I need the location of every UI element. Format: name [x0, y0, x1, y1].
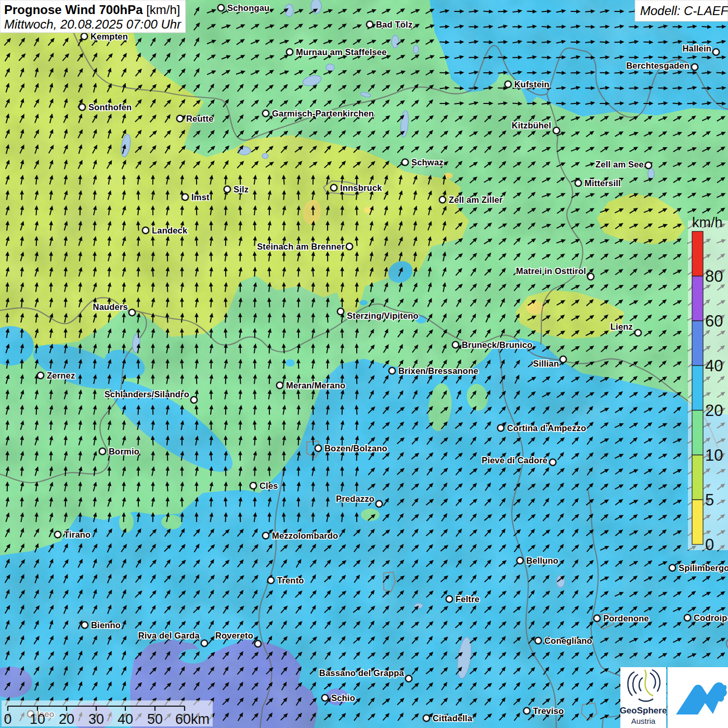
title-box: Prognose Wind 700hPa [km/h] Mittwoch, 20… — [0, 0, 186, 33]
city-label: Sillian — [533, 359, 559, 368]
city-marker — [322, 695, 328, 701]
city-label: Imst — [191, 192, 210, 202]
city-marker — [505, 81, 511, 87]
city-label: Matrei in Osttirol — [516, 266, 586, 276]
city-marker — [191, 397, 197, 403]
city-marker — [684, 615, 691, 621]
city-marker — [346, 243, 353, 250]
title-unit: [km/h] — [143, 3, 180, 17]
city-marker — [550, 459, 556, 465]
city-marker — [524, 708, 530, 714]
city-label: Zell am Ziller — [449, 195, 503, 204]
city-marker — [37, 372, 44, 379]
legend-segment — [692, 321, 703, 366]
wind-forecast-map: SchongauBad TölzKemptenMurnau am Staffel… — [0, 0, 728, 728]
city-label: Mittersill — [584, 178, 621, 188]
city-marker — [402, 159, 408, 165]
scalebar-label: 60km — [175, 711, 210, 727]
city-label: Schio — [331, 693, 355, 703]
city-marker — [263, 110, 269, 116]
legend-segment — [692, 500, 703, 544]
legend-value: 60 — [705, 312, 723, 330]
city-marker — [669, 565, 675, 571]
city-label: Kufstein — [514, 80, 550, 89]
city-marker — [406, 675, 412, 682]
city-marker — [263, 532, 269, 539]
city-label: Berchtesgaden — [626, 61, 690, 70]
city-marker — [635, 330, 641, 336]
city-label: Cittadella — [433, 713, 473, 723]
legend-unit-label: km/h — [692, 215, 723, 230]
legend-segment — [692, 231, 703, 276]
city-marker — [575, 180, 581, 186]
legend-segment — [692, 276, 703, 321]
legend-segment — [692, 366, 703, 410]
city-label: Schongau — [227, 3, 269, 12]
city-label: Feltre — [456, 594, 479, 604]
city-marker — [389, 368, 395, 374]
city-marker — [331, 185, 337, 191]
city-marker — [452, 342, 459, 348]
scalebar-label: 20 — [59, 711, 74, 727]
city-label: Bienno — [91, 620, 121, 630]
city-label: Bad Tölz — [376, 20, 412, 29]
city-marker — [692, 64, 698, 70]
city-label: Schwaz — [411, 158, 444, 167]
city-marker — [201, 640, 207, 646]
city-label: Landeck — [152, 226, 188, 235]
city-marker — [713, 49, 719, 55]
city-marker — [268, 577, 274, 583]
city-label: Pieve di Cadore — [482, 456, 548, 465]
city-label: Innsbruck — [340, 183, 382, 192]
city-label: Pordenone — [603, 614, 649, 623]
model-label: Modell: C-LAEF — [640, 4, 728, 18]
legend-value: 20 — [705, 401, 723, 420]
legend-value: 10 — [705, 446, 723, 464]
scalebar-label: 30 — [88, 711, 104, 727]
city-marker — [224, 186, 230, 192]
city-marker — [439, 197, 446, 203]
city-label: Sonthofen — [88, 102, 132, 112]
city-marker — [142, 227, 149, 233]
city-label: Tirano — [64, 530, 90, 539]
legend-value: 40 — [705, 357, 723, 375]
scalebar-label: 50 — [147, 711, 163, 727]
model-box: Modell: C-LAEF — [635, 0, 728, 21]
city-label: Conegliano — [544, 636, 592, 645]
city-label: Trento — [277, 576, 304, 585]
city-marker — [498, 425, 504, 431]
city-label: Garmisch-Partenkirchen — [272, 109, 374, 118]
scalebar-label: 0 — [4, 711, 11, 727]
city-marker — [99, 448, 106, 454]
scale-bar: 0102030405060km — [2, 700, 213, 727]
city-label: Riva del Garda — [138, 631, 200, 640]
city-label: Rovereto — [215, 631, 253, 640]
city-label: Steinach am Brenner — [257, 242, 345, 251]
city-marker — [250, 483, 256, 489]
city-label: Cles — [259, 481, 278, 490]
city-marker — [129, 309, 135, 316]
legend-value: 0 — [705, 536, 714, 554]
city-label: Sterzing/Vipiteno — [347, 311, 419, 320]
city-marker — [553, 127, 560, 134]
city-marker — [315, 445, 321, 451]
city-label: Kempten — [90, 32, 128, 41]
city-marker — [55, 531, 61, 538]
city-marker — [594, 615, 600, 621]
city-label: Silz — [233, 185, 249, 194]
city-marker — [376, 501, 382, 507]
city-marker — [277, 382, 283, 388]
scalebar-label: 40 — [118, 711, 133, 727]
city-label: Predazzo — [336, 494, 374, 503]
city-marker — [82, 622, 88, 628]
legend-value: 5 — [705, 491, 714, 509]
city-marker — [177, 115, 183, 122]
city-label: Kitzbühel — [512, 121, 551, 130]
city-marker — [218, 5, 224, 11]
city-label: Brixen/Bressanone — [398, 366, 478, 375]
city-label: Nauders — [93, 302, 128, 311]
city-marker — [560, 356, 566, 362]
legend-segment — [692, 410, 703, 455]
city-label: Meran/Merano — [286, 381, 345, 390]
city-marker — [287, 49, 293, 55]
